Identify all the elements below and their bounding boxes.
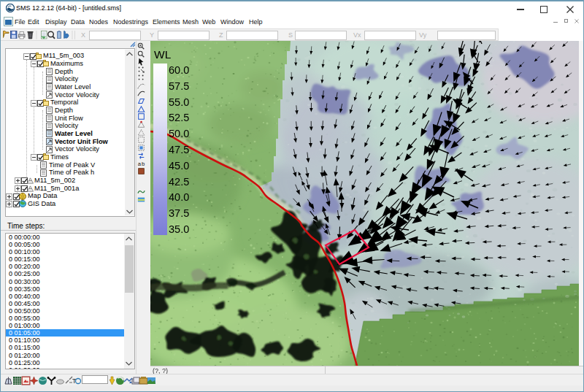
svg-text:WL: WL bbox=[154, 48, 172, 61]
